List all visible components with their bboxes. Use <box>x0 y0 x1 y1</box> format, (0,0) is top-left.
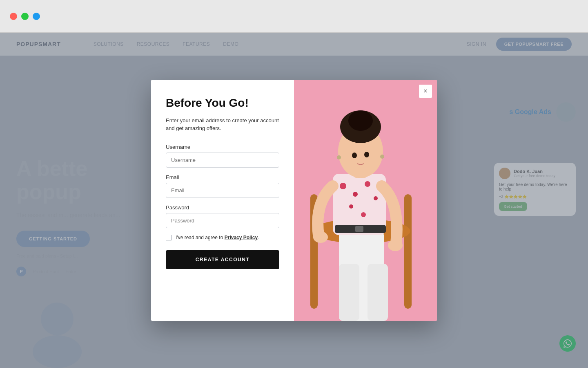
modal-left-panel: Before You Go! Enter your email address … <box>151 80 294 321</box>
svg-point-15 <box>374 196 378 200</box>
privacy-policy-link[interactable]: Privacy Policy <box>225 235 258 240</box>
svg-point-24 <box>337 155 341 159</box>
svg-point-23 <box>364 152 369 157</box>
browser-chrome <box>0 0 588 33</box>
modal-title: Before You Go! <box>166 96 279 110</box>
modal-subtitle: Enter your email address to create your … <box>166 117 279 132</box>
svg-rect-8 <box>368 264 388 321</box>
fullscreen-traffic-light[interactable] <box>33 13 40 20</box>
privacy-checkbox[interactable] <box>166 235 172 240</box>
traffic-lights <box>10 13 40 20</box>
svg-point-22 <box>352 153 357 158</box>
svg-point-10 <box>340 183 346 189</box>
close-icon: × <box>423 88 427 95</box>
svg-point-14 <box>361 212 366 217</box>
svg-point-16 <box>313 231 328 243</box>
password-label: Password <box>166 204 279 211</box>
email-label: Email <box>166 174 279 180</box>
svg-point-21 <box>348 110 373 131</box>
page-content: POPUPSMART SOLUTIONS RESOURCES FEATURES … <box>0 33 588 368</box>
password-input[interactable] <box>166 213 279 228</box>
username-label: Username <box>166 144 279 150</box>
svg-point-11 <box>353 192 358 197</box>
svg-point-13 <box>349 204 353 209</box>
username-input[interactable] <box>166 153 279 168</box>
svg-rect-4 <box>404 194 412 309</box>
svg-rect-7 <box>339 264 359 321</box>
svg-point-17 <box>388 240 403 251</box>
svg-point-12 <box>365 181 370 187</box>
svg-rect-27 <box>355 226 363 232</box>
modal-overlay: Before You Go! Enter your email address … <box>0 33 588 368</box>
privacy-text: I've read and agree to Privacy Policy. <box>176 235 259 240</box>
privacy-row: I've read and agree to Privacy Policy. <box>166 235 279 240</box>
modal-image <box>294 80 437 321</box>
close-traffic-light[interactable] <box>10 13 17 20</box>
popup-modal: Before You Go! Enter your email address … <box>151 80 437 321</box>
modal-close-button[interactable]: × <box>419 85 432 98</box>
modal-right-panel: × <box>294 80 437 321</box>
minimize-traffic-light[interactable] <box>21 13 29 20</box>
svg-point-25 <box>380 155 384 159</box>
create-account-button[interactable]: CREATE ACCOUNT <box>166 250 279 269</box>
email-input[interactable] <box>166 183 279 198</box>
fashion-person-illustration <box>294 80 437 321</box>
